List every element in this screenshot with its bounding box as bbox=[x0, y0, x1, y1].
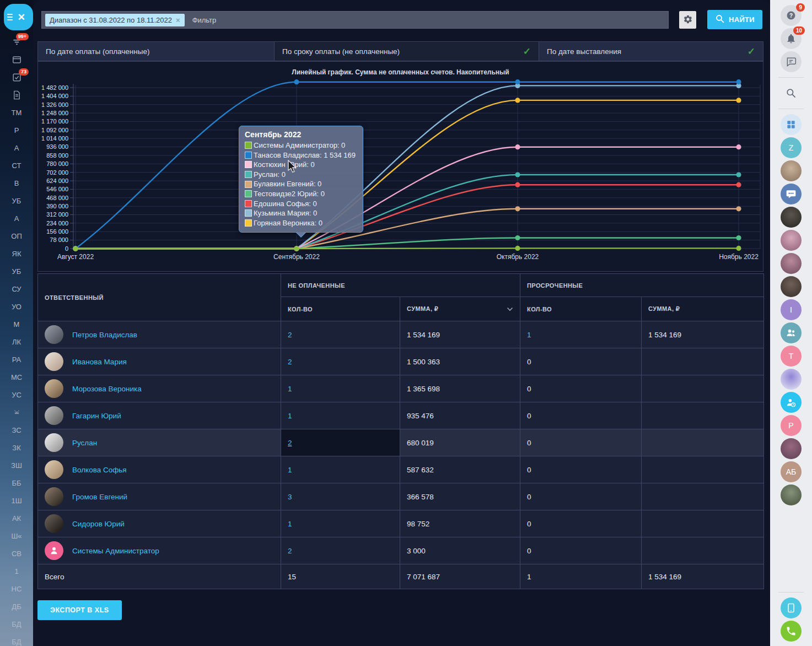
sidebar-item[interactable]: ЗШ bbox=[0, 456, 33, 474]
contact-avatar[interactable]: АБ bbox=[781, 461, 802, 482]
sidebar-item[interactable]: АК bbox=[0, 509, 33, 527]
sidebar-item[interactable]: ЯК bbox=[0, 245, 33, 262]
sidebar-item[interactable]: А bbox=[0, 139, 33, 157]
sidebar-item[interactable]: ОП bbox=[0, 227, 33, 245]
sidebar-item[interactable]: СВ bbox=[0, 545, 33, 562]
settings-button[interactable] bbox=[679, 11, 696, 29]
contact-avatar[interactable]: I bbox=[781, 299, 802, 320]
sidebar-item[interactable]: МС bbox=[0, 368, 33, 386]
column-subheader[interactable]: КОЛ-ВО bbox=[520, 297, 642, 321]
search-submit-button[interactable]: НАЙТИ bbox=[707, 10, 762, 29]
sidebar-item[interactable]: 1Ш bbox=[0, 492, 33, 509]
sidebar-item[interactable]: ЗС bbox=[0, 421, 33, 439]
recent-contact-avatar[interactable] bbox=[781, 392, 802, 413]
export-xls-button[interactable]: ЭКСПОРТ В XLS bbox=[37, 600, 122, 620]
svg-text:936 000: 936 000 bbox=[46, 143, 68, 150]
sidebar-item[interactable]: ББ bbox=[0, 474, 33, 492]
unpaid-count-link[interactable]: 1 bbox=[288, 466, 292, 474]
user-link[interactable]: Руслан bbox=[72, 439, 97, 447]
column-subheader[interactable]: КОЛ-ВО bbox=[281, 297, 400, 321]
sidebar-item[interactable]: СТ bbox=[0, 157, 33, 174]
user-link[interactable]: Гагарин Юрий bbox=[72, 412, 121, 420]
sidebar-item[interactable]: УБ bbox=[0, 262, 33, 280]
sidebar-item[interactable]: РА bbox=[0, 351, 33, 368]
sidebar-item-card[interactable] bbox=[0, 51, 33, 68]
help-button[interactable]: ?9 bbox=[781, 5, 802, 26]
unpaid-count-link[interactable]: 1 bbox=[288, 520, 292, 528]
unpaid-count-link[interactable]: 1 bbox=[288, 385, 292, 393]
tab-report-2[interactable]: По дате выставления✓ bbox=[539, 41, 763, 61]
svg-text:?: ? bbox=[789, 13, 793, 19]
column-subheader[interactable]: СУММА, ₽ bbox=[400, 297, 520, 321]
unpaid-count-link[interactable]: 2 bbox=[288, 547, 292, 555]
contacts-avatar[interactable] bbox=[781, 322, 802, 343]
sidebar-item-robot[interactable] bbox=[0, 403, 33, 421]
tooltip-legend-text: Горяная Вероника: 0 bbox=[254, 218, 322, 228]
sidebar-item[interactable]: ДБ bbox=[0, 597, 33, 615]
overdue-count-link[interactable]: 1 bbox=[527, 331, 531, 339]
filter-input[interactable]: Диапазон с 31.08.2022 по 18.11.2022 × Фи… bbox=[41, 11, 669, 29]
sidebar-item[interactable]: Ш« bbox=[0, 527, 33, 545]
sidebar-item[interactable]: ЗК bbox=[0, 439, 33, 456]
sidebar-item[interactable]: УС bbox=[0, 386, 33, 403]
unpaid-count-link[interactable]: 2 bbox=[288, 358, 292, 366]
sidebar-item-funnel[interactable]: 99+ bbox=[0, 33, 33, 51]
tab-report-0[interactable]: По дате оплаты (оплаченные) bbox=[37, 41, 275, 61]
sidebar-item-label: ЗК bbox=[12, 444, 20, 452]
sidebar-item-doc[interactable] bbox=[0, 86, 33, 104]
user-link[interactable]: Иванова Мария bbox=[72, 358, 127, 366]
notifications-button[interactable]: 10 bbox=[781, 28, 802, 49]
chat-filter-button[interactable] bbox=[781, 51, 802, 72]
contact-avatar[interactable] bbox=[781, 438, 802, 459]
contact-avatar[interactable] bbox=[781, 230, 802, 251]
contact-avatar[interactable] bbox=[781, 253, 802, 274]
sidebar-item[interactable]: Р bbox=[0, 121, 33, 139]
sidebar-item[interactable]: НС bbox=[0, 580, 33, 597]
sidebar-item[interactable]: ТМ bbox=[0, 104, 33, 121]
user-link[interactable]: Громов Евгений bbox=[72, 493, 127, 501]
contact-avatar[interactable]: Z bbox=[781, 137, 802, 158]
sidebar-item[interactable]: БД bbox=[0, 615, 33, 633]
sidebar-item[interactable]: УБ bbox=[0, 192, 33, 209]
group-chat-avatar[interactable] bbox=[781, 184, 802, 204]
unpaid-count-link[interactable]: 3 bbox=[288, 493, 292, 501]
sidebar-item[interactable]: М bbox=[0, 315, 33, 333]
contact-avatar[interactable] bbox=[781, 207, 802, 228]
date-range-filter-tag[interactable]: Диапазон с 31.08.2022 по 18.11.2022 × bbox=[45, 14, 185, 26]
unpaid-sum-cell: 1 500 363 bbox=[400, 348, 520, 375]
unpaid-count-link[interactable]: 2 bbox=[288, 331, 292, 339]
column-subheader[interactable]: СУММА, ₽ bbox=[642, 297, 764, 321]
user-link[interactable]: Петров Владислав bbox=[72, 331, 137, 339]
right-sidebar: ?910ZITPАБ bbox=[770, 0, 812, 646]
sidebar-item[interactable]: В bbox=[0, 174, 33, 192]
user-link[interactable]: Системы Администратор bbox=[72, 547, 159, 555]
sidebar-item[interactable]: СУ bbox=[0, 280, 33, 298]
sort-chevron-icon[interactable] bbox=[507, 307, 513, 311]
tab-report-1[interactable]: По сроку оплаты (не оплаченные)✓ bbox=[275, 41, 539, 61]
avatar bbox=[45, 379, 63, 398]
sum-sort-header[interactable]: СУММА, ₽ bbox=[407, 305, 513, 313]
remove-filter-icon[interactable]: × bbox=[176, 16, 180, 24]
unpaid-count-link[interactable]: 2 bbox=[288, 439, 292, 447]
sidebar-item[interactable]: УО bbox=[0, 298, 33, 315]
contact-avatar[interactable] bbox=[781, 160, 802, 181]
contact-avatar[interactable]: P bbox=[781, 415, 802, 436]
user-link[interactable]: Сидоров Юрий bbox=[72, 520, 125, 528]
app-shortcut-avatar[interactable] bbox=[781, 114, 802, 135]
contact-avatar[interactable]: T bbox=[781, 346, 802, 367]
sidebar-item-tasks[interactable]: 73 bbox=[0, 68, 33, 86]
sidebar-item[interactable]: А bbox=[0, 209, 33, 227]
user-link[interactable]: Волкова Софья bbox=[72, 466, 127, 474]
menu-close-button[interactable]: ✕ bbox=[4, 4, 33, 30]
call-button[interactable] bbox=[781, 621, 802, 642]
document-avatar[interactable] bbox=[781, 369, 802, 390]
sidebar-item[interactable]: ЛК bbox=[0, 333, 33, 351]
contact-avatar[interactable] bbox=[781, 484, 802, 505]
contact-avatar[interactable] bbox=[781, 276, 802, 297]
search-button[interactable] bbox=[781, 83, 802, 104]
user-link[interactable]: Морозова Вероника bbox=[72, 385, 142, 393]
sidebar-item[interactable]: 1 bbox=[0, 562, 33, 580]
sidebar-item[interactable]: БД bbox=[0, 633, 33, 646]
mobile-app-button[interactable] bbox=[781, 597, 802, 618]
unpaid-count-link[interactable]: 1 bbox=[288, 412, 292, 420]
